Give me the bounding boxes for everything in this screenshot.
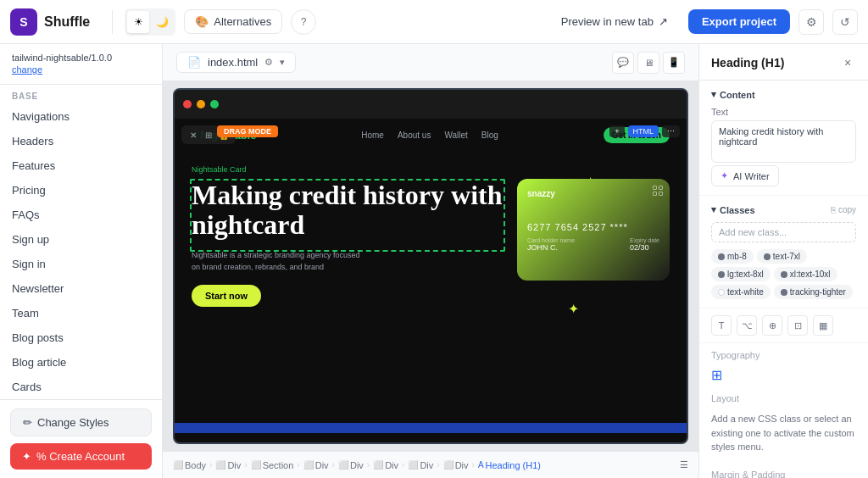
card-bottom: Card holder name JOHN C. Expiry date 02/…: [527, 237, 659, 252]
sidebar-footer: ✏ Change Styles ✦ % Create Account: [0, 399, 162, 478]
bc-section[interactable]: ⬜ Section: [251, 460, 294, 470]
typography-label: Typography: [699, 343, 868, 364]
history-button[interactable]: ↺: [832, 9, 858, 35]
help-button[interactable]: ?: [291, 9, 316, 35]
class-tag-label: tracking-tighter: [790, 287, 846, 297]
nav-link-wallet: Wallet: [444, 131, 467, 140]
preview-label: Preview in new tab: [561, 15, 654, 28]
panel-icon-btn-3[interactable]: ⊕: [762, 315, 782, 336]
project-change-link[interactable]: change: [12, 64, 42, 75]
tab-chevron-icon: ▾: [280, 57, 285, 68]
theme-light-btn[interactable]: ☀: [127, 11, 149, 33]
sidebar-item-pricing[interactable]: Pricing: [0, 178, 162, 203]
app-name: Shuffle: [44, 14, 90, 30]
right-panel-title: Heading (H1): [711, 56, 784, 69]
bc-chevron: ›: [244, 460, 247, 470]
bc-div-3[interactable]: ⬜ Div: [338, 460, 364, 470]
class-tag-text7xl[interactable]: text-7xl: [757, 249, 807, 264]
ai-icon: ✦: [721, 170, 728, 181]
bc-body[interactable]: ⬜ Body: [173, 460, 206, 470]
history-icon: ↺: [840, 15, 850, 29]
frame-control-add[interactable]: +: [609, 125, 624, 137]
sidebar-item-label: Team: [12, 307, 39, 320]
settings-button[interactable]: ⚙: [798, 9, 824, 35]
close-panel-button[interactable]: ×: [839, 54, 856, 71]
panel-icon-btn-5[interactable]: ▦: [813, 315, 833, 336]
panel-icon-btn-1[interactable]: T: [711, 315, 732, 336]
bc-body-label: Body: [185, 460, 206, 470]
sidebar-item-signup[interactable]: Sign up: [0, 227, 162, 252]
change-styles-button[interactable]: ✏ Change Styles: [10, 409, 152, 436]
sidebar-item-newsletter[interactable]: Newsletter: [0, 276, 162, 301]
panel-icon-btn-2[interactable]: ⌥: [737, 315, 757, 336]
sidebar-item-label: Blog article: [12, 356, 66, 369]
mini-tool-cross[interactable]: ✕: [186, 128, 200, 142]
card-grid-dot: [659, 192, 663, 196]
sidebar-item-label: Newsletter: [12, 282, 64, 295]
bc-div-icon: ⬜: [215, 460, 225, 470]
create-account-button[interactable]: ✦ % Create Account: [10, 443, 152, 470]
bc-body-icon: ⬜: [173, 460, 183, 470]
bc-div-1[interactable]: ⬜ Div: [215, 460, 241, 470]
bc-div-2[interactable]: ⬜ Div: [303, 460, 329, 470]
bc-heading[interactable]: A Heading (H1): [478, 460, 541, 470]
classes-section: ▾ Classes ⎘ copy Add new class... mb-8 t…: [699, 196, 868, 308]
bc-div-label: Div: [455, 460, 469, 470]
preview-button[interactable]: Preview in new tab ↗: [549, 10, 680, 33]
class-tag-xltext10xl[interactable]: xl:text-10xl: [774, 267, 837, 281]
alternatives-button[interactable]: 🎨 Alternatives: [184, 9, 282, 34]
topbar: S Shuffle ☀ 🌙 🎨 Alternatives ? Preview i…: [0, 0, 868, 44]
class-tag-trackingtighter[interactable]: tracking-tighter: [774, 285, 853, 299]
export-button[interactable]: Export project: [688, 9, 790, 34]
bc-settings-btn[interactable]: ☰: [680, 459, 688, 470]
sidebar-item-label: Pricing: [12, 184, 46, 197]
bc-div-icon: ⬜: [408, 460, 418, 470]
class-tag-label: text-white: [727, 287, 764, 297]
comments-btn[interactable]: 💬: [612, 52, 634, 74]
sidebar-item-headers[interactable]: Headers: [0, 129, 162, 153]
sidebar-item-signin[interactable]: Sign in: [0, 252, 162, 276]
sidebar-item-cards[interactable]: Cards: [0, 375, 162, 399]
class-tag-lgtext8xl[interactable]: lg:text-8xl: [711, 267, 771, 281]
sidebar-nav: Navigations Headers Features Pricing FAQ…: [0, 104, 162, 399]
bc-heading-label: Heading (H1): [486, 460, 541, 470]
nav-link-blog: Blog: [481, 131, 498, 140]
card-holder-value: JOHN C.: [527, 243, 575, 252]
sidebar-item-features[interactable]: Features: [0, 153, 162, 178]
bc-chevron: ›: [472, 460, 475, 470]
sidebar-item-team[interactable]: Team: [0, 301, 162, 325]
panel-icon-btn-4[interactable]: ⊡: [787, 315, 808, 336]
sidebar-section-label: BASE: [0, 85, 162, 104]
ai-writer-button[interactable]: ✦ AI Writer: [711, 165, 779, 186]
bc-div-5[interactable]: ⬜ Div: [408, 460, 433, 470]
sidebar-item-blogarticle[interactable]: Blog article: [0, 350, 162, 375]
sidebar-item-faqs[interactable]: FAQs: [0, 203, 162, 227]
sidebar-item-blogposts[interactable]: Blog posts: [0, 325, 162, 350]
hero-title[interactable]: Making credit history with nightcard: [192, 181, 504, 240]
bc-div-6[interactable]: ⬜ Div: [443, 460, 469, 470]
theme-dark-btn[interactable]: 🌙: [151, 11, 173, 33]
hero-cta-button[interactable]: Start now: [192, 285, 261, 307]
text-label: Text: [711, 107, 856, 117]
tag-dot: [781, 289, 787, 296]
tag-dot-white: [718, 289, 725, 296]
bc-div-label: Div: [420, 460, 433, 470]
mobile-view-btn[interactable]: 📱: [663, 52, 685, 74]
card-expiry-section: Expiry date 02/30: [630, 237, 659, 252]
class-tag-mb8[interactable]: mb-8: [711, 249, 754, 264]
copy-classes-button[interactable]: ⎘ copy: [831, 205, 856, 214]
add-class-input[interactable]: Add new class...: [711, 222, 856, 242]
frame-control-html[interactable]: HTML: [628, 125, 659, 137]
bc-div-4[interactable]: ⬜ Div: [373, 460, 398, 470]
classes-label: Classes: [720, 205, 755, 215]
class-tag-textwhite[interactable]: text-white: [711, 285, 771, 299]
frame-control-extra[interactable]: ⋯: [662, 125, 680, 137]
text-textarea[interactable]: [711, 120, 856, 163]
mini-tool-move[interactable]: ⊞: [202, 128, 215, 142]
ai-writer-label: AI Writer: [733, 171, 770, 181]
sidebar-item-navigations[interactable]: Navigations: [0, 104, 162, 129]
card-preview: snazzy 6277 7654 2527 ****: [517, 179, 670, 281]
sidebar-item-label: Headers: [12, 135, 53, 147]
file-tab[interactable]: 📄 index.html ⚙ ▾: [176, 52, 296, 73]
desktop-view-btn[interactable]: 🖥: [637, 52, 659, 74]
